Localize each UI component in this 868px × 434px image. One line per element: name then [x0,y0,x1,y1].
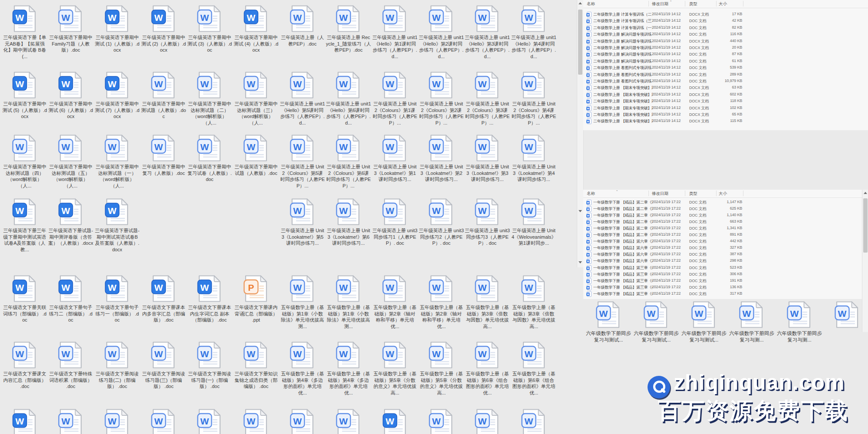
file-item[interactable]: W [419,408,464,434]
file-item[interactable]: W 三年级英语上册 Unit2《Colours》第3课时同步练习（人教PEP）.… [465,71,510,126]
file-item[interactable]: W 三年级英语上册（人教PEP）.doc [280,4,325,47]
file-name-label: 三年级英语下册期中达标测试题（三） （word解析版） （人... [233,101,279,126]
file-item[interactable]: W 三年级英语下册期中测试 (6)（人教版）.docx [48,71,93,120]
file-item[interactable]: W 五年级数学上册（基础版）第5章《分数的意义》单元培优拔高... [372,341,418,396]
word-doc-icon: W [521,71,546,99]
file-item[interactable]: W 六年级数学下册同步复习与测试... [634,300,679,343]
file-item[interactable]: W 五年级数学上册（基础版）第1章《小数除法》单元培优拔高测... [280,274,325,329]
file-item[interactable]: W 三年级英语下册期中达标测试题（三） （word解析版） （人... [233,71,279,126]
file-item[interactable]: W 三年级英语上册 unit1《Hello》第3课时同步练习（人教PEP）.d.… [465,4,510,59]
file-item[interactable]: W 三年级英语下册期中测试 (1)（人教版）.docx [95,4,140,53]
file-item[interactable]: W 六年级数学下册同步复习与测试... [681,300,727,343]
file-item[interactable]: W 三年级英语上册 unit1《Hello》第5课时同步练习（人教PEP）.d.… [280,71,325,126]
grid-scrollbar[interactable] [577,0,584,267]
file-item[interactable]: W 三年级英语上册 Unit3《Lookatme!》第1课时同步练习... [372,134,418,183]
scroll-up-icon[interactable] [579,2,582,4]
word-doc-icon: W [475,71,500,99]
file-item[interactable]: W 六年级数学下册同步复习与测试... [586,300,631,343]
file-item[interactable]: W [465,408,510,434]
file-item[interactable]: W 五年级数学上册（基础版）第4章《多边形的面积》单元培优... [326,341,371,396]
file-item[interactable]: W 三年级英语下册试题-期中测评卷版（含答案）（人教版）.docx [48,197,93,247]
file-item[interactable]: W 三年级语文下册阅读练习题(一)（部编版） .doc [187,341,232,390]
file-item[interactable]: W 三年级英语上册 Unit3《Lookatme!》第2课时同步练习... [419,134,464,183]
file-item[interactable]: W 五年级数学上册（基础版）第3章《倍数与因数》单元培优拔高... [465,274,510,329]
file-item[interactable]: W 三年级英语上册 Unit3《Lookatme!》第6课时同步练习... [326,197,371,247]
file-item[interactable]: W 三年级英语上册 Unit2《Colours》第2课时同步练习（人教PEP）.… [419,71,464,126]
file-item[interactable]: W 五年级数学上册（基础版）第2章《轴对称和平移）单元培优... [372,274,418,329]
file-item[interactable]: W [187,408,232,434]
file-item[interactable]: W [48,408,93,434]
file-item[interactable]: W 三年级英语下册三年级下册期中测试英语试卷A及答案版（人教... [2,197,47,253]
svg-text:W: W [62,206,70,216]
file-item[interactable]: W 三年级英语下册期中测试 (5)（人教版）.docx [2,71,47,120]
file-item[interactable]: W 五年级数学上册（基础版）第3章《倍数与因数》单元培优拔高... [511,274,556,329]
scroll-thumb[interactable] [578,10,582,75]
file-item[interactable]: W 五年级数学上册（基础版）第4章《多边形的面积）单元培优... [280,341,325,396]
file-item[interactable]: W 三年级英语上册 Unit2《Colours》第5课时同步练习（人教PEP）.… [280,134,325,189]
file-item[interactable]: W [511,408,556,434]
file-item[interactable]: W 三年级英语上册 unit1《Hello》第6课时同步练习（人教PEP）.d.… [326,71,371,126]
file-item[interactable]: W 三年级语文下册课本内多音字汇总（部编版） .doc [141,274,186,323]
file-item[interactable]: W 五年级数学上册（基础版）第2章《轴对称和平移）单元培优... [419,274,464,329]
file-item[interactable]: W 三年级英语上册 Unit2《Colours》第4课时同步练习（人教PEP）.… [511,71,556,126]
file-item[interactable]: W 三年级英语下册期中复习（人教版）.doc [141,134,186,176]
file-item[interactable]: W 三年级英语下册期中达标测试题（四） （word解析版） （人... [2,134,47,189]
file-item[interactable]: W 三年级语文下册课文内容汇总（部编版） .doc [2,341,47,390]
file-item[interactable]: W [141,408,186,434]
scroll-down-icon[interactable] [579,261,582,263]
file-item[interactable]: W [326,408,371,434]
file-item[interactable]: W 三年级语文下册关联词练习（部编版） .doc [2,274,47,323]
file-item[interactable]: W 三年级英语下册期中测试题（人教版）.doc [141,71,186,120]
file-item[interactable]: W 三年级英语下册期中达标测试题（一） （word解析版） （人... [95,134,140,189]
file-item[interactable]: W 三年级语文下册阅读练习题(二)（部编版） .doc [95,341,140,390]
file-item[interactable]: W 三年级英语上册 Unit2《Colours》第6课时同步练习（人教PEP）.… [326,134,371,189]
file-item[interactable]: W 三年级英语上册 unit1《Hello》第1课时同步练习（人教PEP）.d.… [372,4,418,59]
file-item[interactable]: W 三年级英语下册期中达标测试题（二） （word解析版） （人... [187,71,232,126]
file-item[interactable]: W 三年级英语上册 unit1《Hello》第2课时同步练习（人教PEP）.d.… [419,4,464,59]
file-item[interactable]: W 三年级语文下册课本内生字词汇总 副本（部编版） .doc [187,274,232,323]
file-item[interactable]: W 三年级语文下册句子练习一（部编版） .doc [95,274,140,323]
scroll-down-icon[interactable] [579,210,582,212]
file-item[interactable]: W 六年级数学下册同步复习与测... [729,300,774,343]
file-name-label: 三年级英语上册 unit3同步练习1（人教PEP）. doc [372,227,418,247]
file-item[interactable]: W [280,408,325,434]
file-item[interactable]: W 三年级英语上册 Unit3《Lookatme!》第3课时同步练习... [465,134,510,183]
file-item[interactable]: W 三年级英语下册期中测试 (3)（人教版）.doc [187,4,232,53]
file-item[interactable]: P 三年级语文下册课内背诵汇总（部编版） .ppt [233,274,279,323]
file-item[interactable]: W 三年级英语上册 Unit3《Lookatme!》第5课时同步练习... [280,197,325,247]
file-item[interactable]: W 三年级英语上册 Recycle_1_随堂练习（人教PEP）.doc [326,4,371,53]
file-item[interactable]: W 三年级英语下册期中测试 (7)（人教版）.docx [95,71,140,120]
file-item[interactable]: W 五年级数学上册（基础版）第5章《分数的意义》单元培优拔高... [419,341,464,396]
file-item[interactable]: W 三年级英语下册期中测试 (4)（人教版）.docx [233,4,279,53]
file-item[interactable]: W 五年级数学上册（基础版）第6章《组合图形的面积》单元培优... [465,341,510,396]
file-item[interactable]: W 三年级英语下册试题-期中测试英语试卷B及答案版（人教版）.docx [95,197,140,253]
file-item[interactable]: W 三年级语文下册知识集锦之成语归类（部编版） .doc [233,341,279,390]
file-item[interactable]: W 三年级英语上册 Unit4《Weloveanimals》第1课时同步... [511,197,556,247]
file-item[interactable]: W 三年级英语下册期中达标测试题（五） （word解析版） （人... [48,134,93,189]
file-item[interactable]: W 三年级语文下册特殊词语积累（部编版） .doc [48,341,93,390]
file-item[interactable]: W [233,408,279,434]
file-item[interactable]: W 三年级英语上册 Unit3《Lookatme!》第4课时同步练习... [511,134,556,183]
file-item[interactable]: W 三年级英语上册 unit3同步练习3（人教PEP）. doc [465,197,510,247]
file-item[interactable]: W 三年级英语上册 unit1《Hello》第4课时同步练习（人教PEP）.d.… [511,4,556,59]
file-name-label: 三年级英语上册 unit1《Hello》第6课时同步练习（人教PEP）.d... [326,101,371,126]
file-item[interactable]: W 三年级英语下册【单元AB卷】【拓展强化】期中测试卷 B卷 (... [2,4,47,59]
file-item[interactable]: W 六年级数学下册同步复习与测... [777,300,822,343]
file-item[interactable]: W 三年级语文下册阅读练习题(三)（部编版） .doc [141,341,186,390]
file-name-label: 三年级英语下册试题-期中测试英语试卷B及答案版（人教版）.docx [95,227,140,253]
file-item[interactable]: W [372,408,418,434]
file-item[interactable]: W 五年级数学上册（基础版）第6章《组合图形的面积》单元培优... [511,341,556,396]
file-item[interactable]: W 三年级英语下册期中测试 (2)（人教版）.docx [141,4,186,53]
file-item[interactable]: W 三年级英语下册期中复习试卷（人教版）.doc [187,134,232,183]
file-item[interactable]: W 三年级英语下册期中 Family习题（人教版）.doc [48,4,93,53]
file-item[interactable]: W 三年级英语上册 unit3同步练习2（人教PEP）. doc [419,197,464,247]
file-item[interactable]: W 三年级语文下册句子练习二（部编版） .doc [48,274,93,323]
file-item[interactable]: W [825,300,868,330]
file-item[interactable]: W [95,408,140,434]
file-item[interactable]: W 五年级数学上册（基础版）第1章《小数除法》单元培优拔高测... [326,274,371,329]
file-item[interactable]: W 三年级英语上册 unit3同步练习1（人教PEP）. doc [372,197,418,247]
file-name-label: 五年级数学上册（基础版）第2章《轴对称和平移）单元培优... [419,304,464,329]
file-item[interactable]: W 三年级英语下册期中试题（人教版）.doc [233,134,279,176]
file-item[interactable]: W [2,408,47,434]
file-item[interactable]: W 三年级英语上册 Unit2《Colours》第1课时同步练习（人教PEP）.… [372,71,418,126]
